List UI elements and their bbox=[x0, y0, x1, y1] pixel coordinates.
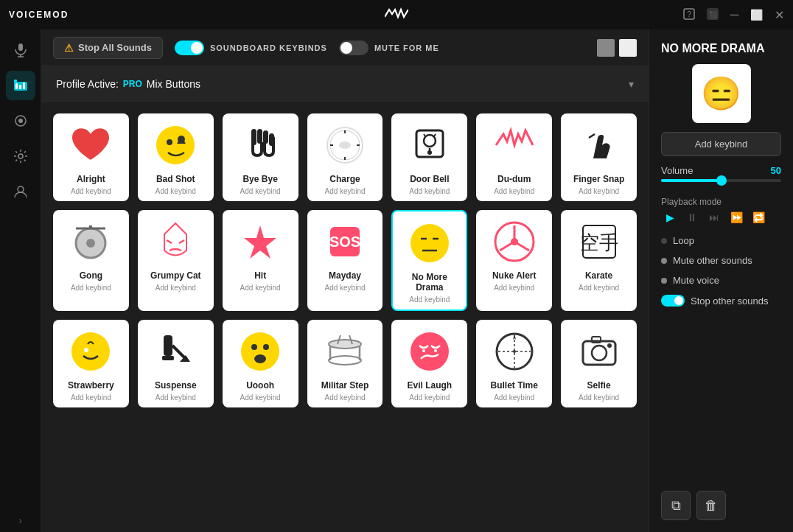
play-button[interactable]: ▶ bbox=[661, 209, 679, 226]
sound-keybind[interactable]: Add keybind bbox=[156, 284, 196, 292]
forward-button[interactable]: ⏩ bbox=[727, 209, 745, 226]
repeat-button[interactable]: 🔁 bbox=[750, 209, 767, 226]
sound-icon-karate: 空手 bbox=[573, 216, 625, 267]
sound-keybind[interactable]: Add keybind bbox=[240, 284, 281, 292]
sidebar-expand[interactable]: › bbox=[18, 514, 22, 526]
sound-card-grumpy-cat[interactable]: Grumpy CatAdd keybind bbox=[138, 210, 214, 311]
sound-card-alright[interactable]: AlrightAdd keybind bbox=[53, 113, 129, 201]
sound-keybind[interactable]: Add keybind bbox=[156, 187, 196, 195]
sidebar-item-profile[interactable] bbox=[6, 177, 35, 206]
sound-card-du-dum[interactable]: Du-dumAdd keybind bbox=[476, 113, 552, 201]
mute-for-me-toggle[interactable] bbox=[339, 41, 368, 55]
sound-card-mayday[interactable]: SOSMaydayAdd keybind bbox=[307, 210, 383, 311]
sound-name: Bullet Time bbox=[490, 380, 537, 391]
svg-text:SOS: SOS bbox=[329, 234, 360, 250]
svg-point-62 bbox=[251, 344, 257, 350]
sound-keybind[interactable]: Add keybind bbox=[494, 393, 534, 402]
svg-line-59 bbox=[172, 346, 186, 359]
sound-keybind[interactable]: Add keybind bbox=[409, 295, 450, 304]
sound-keybind[interactable]: Add keybind bbox=[409, 393, 450, 402]
mute-voice-label: Mute voice bbox=[673, 275, 719, 286]
playback-controls: ▶ ⏸ ⏭ ⏩ 🔁 bbox=[661, 209, 781, 226]
mute-for-me-label: MUTE FOR ME bbox=[374, 43, 439, 52]
volume-thumb[interactable] bbox=[716, 175, 727, 186]
sound-keybind[interactable]: Add keybind bbox=[71, 393, 111, 402]
sound-card-hit[interactable]: HitAdd keybind bbox=[223, 210, 298, 311]
sidebar-item-soundboard[interactable] bbox=[6, 71, 35, 100]
sound-keybind[interactable]: Add keybind bbox=[71, 187, 111, 195]
sound-card-selfie[interactable]: SelfieAdd keybind bbox=[561, 320, 637, 407]
sound-card-no-more-drama[interactable]: No More DramaAdd keybind bbox=[391, 210, 467, 311]
close-button[interactable]: ✕ bbox=[775, 8, 784, 22]
discord-icon[interactable]: ⬛ bbox=[707, 8, 719, 22]
svg-point-55 bbox=[71, 332, 110, 371]
sound-keybind[interactable]: Add keybind bbox=[240, 393, 281, 402]
play-next-button[interactable]: ⏭ bbox=[705, 209, 723, 226]
sound-keybind[interactable]: Add keybind bbox=[579, 393, 619, 402]
sound-keybind[interactable]: Add keybind bbox=[494, 284, 534, 292]
sound-card-nuke-alert[interactable]: Nuke AlertAdd keybind bbox=[476, 210, 552, 311]
sound-card-finger-snap[interactable]: Finger SnapAdd keybind bbox=[561, 113, 637, 201]
toolbar: ⚠ Stop All Sounds SOUNDBOARD KEYBINDS MU… bbox=[41, 29, 649, 66]
sound-keybind[interactable]: Add keybind bbox=[579, 284, 619, 292]
svg-point-71 bbox=[411, 332, 449, 371]
sound-keybind[interactable]: Add keybind bbox=[324, 187, 365, 195]
mute-for-me-toggle-group: MUTE FOR ME bbox=[339, 41, 439, 55]
sound-card-charge[interactable]: ChargeAdd keybind bbox=[307, 113, 383, 201]
sound-keybind[interactable]: Add keybind bbox=[240, 187, 281, 195]
svg-point-80 bbox=[607, 343, 612, 348]
sound-keybind[interactable]: Add keybind bbox=[71, 284, 111, 292]
sound-keybind[interactable]: Add keybind bbox=[324, 284, 365, 292]
sound-card-evil-laugh[interactable]: Evil LaughAdd keybind bbox=[391, 320, 467, 407]
volume-label: Volume bbox=[661, 165, 693, 176]
sound-keybind[interactable]: Add keybind bbox=[409, 187, 450, 195]
minimize-button[interactable]: ─ bbox=[730, 8, 738, 21]
sound-card-door-bell[interactable]: Door BellAdd keybind bbox=[391, 113, 467, 201]
svg-point-32 bbox=[424, 135, 436, 147]
maximize-button[interactable]: ⬜ bbox=[750, 9, 763, 21]
sound-keybind[interactable]: Add keybind bbox=[494, 187, 534, 195]
sound-card-gong[interactable]: GongAdd keybind bbox=[53, 210, 129, 311]
help-icon[interactable]: ? bbox=[683, 8, 695, 22]
delete-button[interactable]: 🗑 bbox=[696, 491, 726, 520]
svg-point-72 bbox=[422, 349, 425, 352]
stop-other-toggle[interactable] bbox=[661, 295, 685, 307]
main-content: ⚠ Stop All Sounds SOUNDBOARD KEYBINDS MU… bbox=[41, 29, 649, 532]
sidebar: › bbox=[0, 29, 41, 532]
sound-keybind[interactable]: Add keybind bbox=[579, 187, 619, 195]
sound-name: Suspense bbox=[155, 380, 197, 391]
sound-icon-fingersnap bbox=[573, 119, 625, 171]
sound-card-bullet-time[interactable]: Bullet TimeAdd keybind bbox=[476, 320, 552, 407]
svg-text:空手: 空手 bbox=[580, 231, 618, 253]
sidebar-item-mic[interactable] bbox=[6, 35, 35, 65]
panel-add-keybind-button[interactable]: Add keybind bbox=[661, 132, 781, 156]
copy-button[interactable]: ⧉ bbox=[661, 491, 691, 520]
sound-card-uoooh[interactable]: UooohAdd keybind bbox=[223, 320, 298, 407]
window-controls[interactable]: ? ⬛ ─ ⬜ ✕ bbox=[683, 8, 784, 22]
svg-point-26 bbox=[339, 141, 351, 149]
pause-button[interactable]: ⏸ bbox=[683, 209, 701, 226]
volume-slider[interactable] bbox=[661, 179, 781, 182]
sidebar-item-effects[interactable] bbox=[6, 106, 35, 136]
sound-card-bye-bye[interactable]: Bye ByeAdd keybind bbox=[223, 113, 298, 201]
sound-card-suspense[interactable]: SuspenseAdd keybind bbox=[138, 320, 214, 407]
sound-card-militar-step[interactable]: Militar StepAdd keybind bbox=[307, 320, 383, 407]
sound-icon-uoooh bbox=[234, 326, 286, 377]
sound-name: Uoooh bbox=[246, 380, 274, 391]
sound-icon-strawberry bbox=[65, 326, 116, 377]
soundboard-keybinds-toggle[interactable] bbox=[175, 41, 204, 55]
loop-label: Loop bbox=[673, 235, 694, 246]
svg-rect-57 bbox=[164, 335, 172, 356]
sound-card-bad-shot[interactable]: Bad ShotAdd keybind bbox=[138, 113, 214, 201]
stop-all-sounds-button[interactable]: ⚠ Stop All Sounds bbox=[53, 37, 163, 59]
sound-card-karate[interactable]: 空手KarateAdd keybind bbox=[561, 210, 637, 311]
color-box-white[interactable] bbox=[619, 39, 637, 57]
color-box-gray[interactable] bbox=[597, 39, 615, 57]
profile-bar[interactable]: Profile Active: PRO Mix Buttons ▾ bbox=[41, 66, 649, 102]
sidebar-item-settings[interactable] bbox=[6, 141, 35, 171]
sound-keybind[interactable]: Add keybind bbox=[324, 393, 365, 402]
color-boxes bbox=[597, 39, 637, 57]
sound-icon-bye bbox=[234, 119, 286, 171]
sound-keybind[interactable]: Add keybind bbox=[156, 393, 196, 402]
sound-card-strawberry[interactable]: StrawberryAdd keybind bbox=[53, 320, 129, 407]
